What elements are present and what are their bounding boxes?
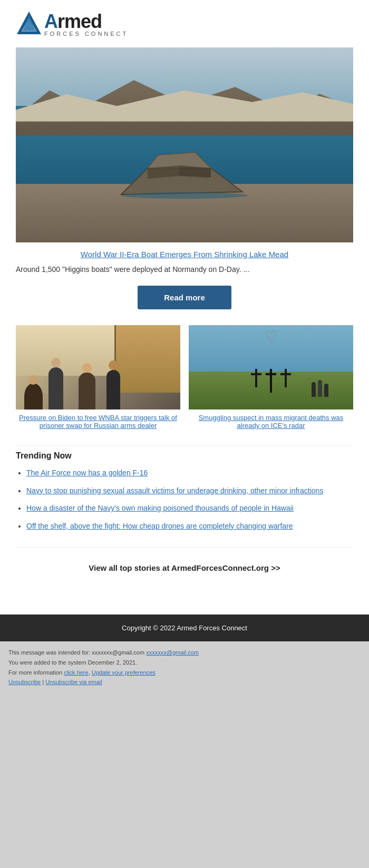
silhouette-2 bbox=[318, 380, 322, 397]
email-container: Armed FORCES CONNECT bbox=[0, 0, 369, 694]
for-more-text: For more information bbox=[8, 669, 64, 676]
head-1 bbox=[51, 358, 61, 367]
memorial-image: ♡ bbox=[189, 325, 353, 409]
read-more-button[interactable]: Read more bbox=[138, 286, 231, 309]
hero-image-container bbox=[16, 47, 353, 242]
footer-line-2: You were added to the system December 2,… bbox=[8, 658, 361, 668]
view-all-container: View all top stories at ArmedForcesConne… bbox=[16, 553, 353, 583]
cross-2-horiz bbox=[266, 373, 276, 375]
logo-subtext: FORCES CONNECT bbox=[44, 31, 128, 37]
news-card-2: ♡ bbox=[189, 325, 353, 430]
footer-line-1: This message was intended for: xxxxxxx@g… bbox=[8, 648, 361, 658]
divider-1 bbox=[16, 445, 353, 446]
article-excerpt: Around 1,500 "Higgins boats" were deploy… bbox=[16, 264, 353, 275]
cross-3 bbox=[280, 369, 291, 387]
email-link[interactable]: xxxxxxx@gmail.com bbox=[146, 649, 199, 656]
article-headline: World War II-Era Boat Emerges From Shrin… bbox=[16, 250, 353, 259]
cross-3-vert bbox=[285, 369, 287, 387]
trending-section: Trending Now The Air Force now has a gol… bbox=[16, 451, 353, 531]
list-item: How a disaster of the Navy's own making … bbox=[26, 503, 353, 514]
article-headline-link[interactable]: World War II-Era Boat Emerges From Shrin… bbox=[81, 250, 288, 259]
trending-link-4[interactable]: Off the shelf, above the fight: How chea… bbox=[26, 522, 293, 530]
cross-1-vert bbox=[255, 369, 257, 387]
figure-3 bbox=[106, 370, 120, 409]
svg-point-7 bbox=[121, 192, 248, 199]
hero-image bbox=[16, 47, 353, 242]
courtroom-image bbox=[16, 325, 180, 409]
email-body: Armed FORCES CONNECT bbox=[0, 0, 369, 615]
read-more-container: Read more bbox=[16, 286, 353, 309]
trending-title: Trending Now bbox=[16, 451, 353, 461]
cross-1-horiz bbox=[251, 373, 261, 375]
boat-wreck bbox=[116, 147, 253, 200]
news-card-2-link[interactable]: Smuggling suspect in mass migrant deaths… bbox=[189, 414, 353, 430]
footer-line-4: Unsubscribe | Unsubscribe via email bbox=[8, 677, 361, 687]
click-here-link[interactable]: click here bbox=[64, 669, 88, 676]
silhouette-3 bbox=[324, 384, 328, 397]
copyright-text: Copyright © 2022 Armed Forces Connect bbox=[122, 624, 247, 632]
news-card-1: Pressure on Biden to free WNBA star trig… bbox=[16, 325, 180, 430]
update-prefs-link[interactable]: Update your preferences bbox=[92, 669, 156, 676]
cross-3-horiz bbox=[280, 373, 291, 375]
news-card-1-link[interactable]: Pressure on Biden to free WNBA star trig… bbox=[16, 414, 180, 430]
view-all-link[interactable]: View all top stories at ArmedForcesConne… bbox=[89, 563, 280, 572]
cross-2-vert bbox=[270, 369, 272, 393]
logo-a-letter: A bbox=[44, 11, 57, 32]
list-item: Off the shelf, above the fight: How chea… bbox=[26, 521, 353, 532]
trending-link-1[interactable]: The Air Force now has a golden F-16 bbox=[26, 469, 148, 477]
trending-link-2[interactable]: Navy to stop punishing sexual assault vi… bbox=[26, 486, 323, 495]
footer-line-3: For more information click here, Update … bbox=[8, 668, 361, 678]
news-thumb-1 bbox=[16, 325, 180, 409]
news-thumb-2: ♡ bbox=[189, 325, 353, 409]
unsubscribe-link[interactable]: Unsubscribe bbox=[8, 679, 41, 685]
unsubscribe-email-link[interactable]: Unsubscribe via email bbox=[45, 679, 102, 685]
email-footer: Copyright © 2022 Armed Forces Connect bbox=[0, 615, 369, 641]
intended-for-text: This message was intended for: xxxxxxx@g… bbox=[8, 649, 144, 656]
head-2 bbox=[82, 363, 92, 373]
two-col-news: Pressure on Biden to free WNBA star trig… bbox=[16, 325, 353, 430]
figure-4 bbox=[24, 383, 43, 409]
list-item: The Air Force now has a golden F-16 bbox=[26, 468, 353, 479]
below-footer: This message was intended for: xxxxxxx@g… bbox=[0, 641, 369, 694]
logo-area: Armed FORCES CONNECT bbox=[16, 11, 353, 37]
trending-list: The Air Force now has a golden F-16 Navy… bbox=[16, 468, 353, 531]
figure-2 bbox=[79, 373, 95, 409]
people-silhouettes bbox=[312, 380, 328, 397]
cross-1 bbox=[251, 369, 261, 387]
memorial-heart: ♡ bbox=[265, 328, 278, 345]
head-4 bbox=[28, 375, 38, 385]
figure-1 bbox=[48, 367, 63, 409]
list-item: Navy to stop punishing sexual assault vi… bbox=[26, 486, 353, 496]
logo-brand: Armed bbox=[44, 12, 128, 31]
silhouette-1 bbox=[312, 382, 316, 397]
added-date-text: You were added to the system December 2,… bbox=[8, 659, 137, 666]
cross-2 bbox=[266, 369, 276, 393]
hero-scene bbox=[16, 47, 353, 242]
divider-2 bbox=[16, 547, 353, 548]
logo-text: Armed FORCES CONNECT bbox=[44, 12, 128, 37]
logo-icon bbox=[16, 11, 42, 37]
trending-link-3[interactable]: How a disaster of the Navy's own making … bbox=[26, 504, 294, 512]
crosses-group bbox=[251, 369, 291, 393]
head-3 bbox=[109, 360, 118, 370]
